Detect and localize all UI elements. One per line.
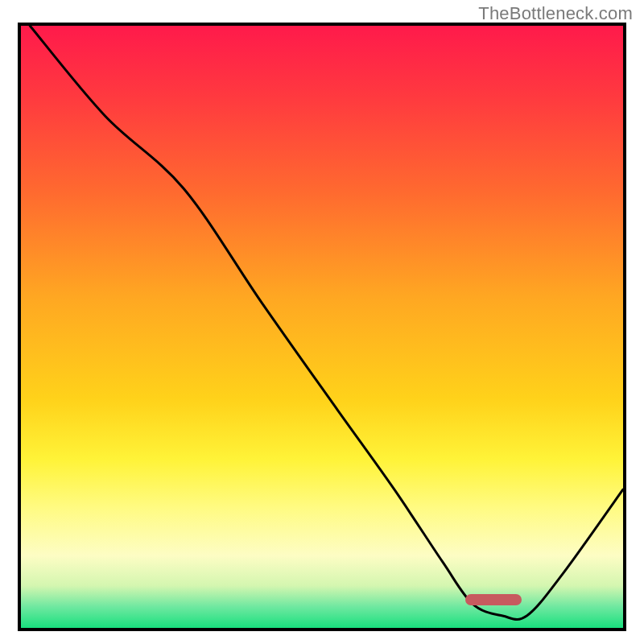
chart-frame [18, 23, 626, 631]
optimal-zone-marker [465, 594, 522, 605]
watermark-text: TheBottleneck.com [478, 3, 633, 24]
curve-path [30, 26, 623, 620]
bottleneck-curve [21, 26, 623, 628]
